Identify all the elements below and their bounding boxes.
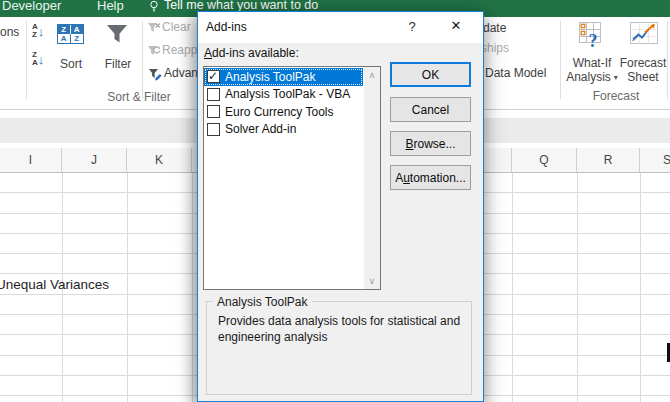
sort-button[interactable]: Sort [54,57,88,71]
checkbox[interactable] [207,123,220,136]
reapply-button[interactable]: Reapp [162,44,197,57]
close-icon[interactable]: ✕ [447,18,465,33]
gridline [577,173,578,402]
gridline [640,173,641,402]
filter-button[interactable]: Filter [101,57,135,71]
column-header[interactable]: S [640,148,670,172]
column-header[interactable]: K [127,148,192,172]
clear-button[interactable]: Clear [162,21,191,34]
down-arrow-icon: ↓ [38,53,45,66]
scroll-down-icon[interactable] [364,273,380,289]
svg-text:?: ? [589,31,598,50]
add-ins-listbox: Analysis ToolPak Analysis ToolPak - VBA … [203,66,381,290]
advanced-button[interactable]: Advan [164,67,198,80]
checkbox[interactable] [207,88,220,101]
sort-filter-group-label: Sort & Filter [94,90,184,104]
consolidate-button-fragment[interactable]: date [483,22,506,35]
down-arrow-icon: ↓ [38,25,45,38]
column-header[interactable]: I [0,148,62,172]
scroll-up-icon[interactable] [364,67,380,83]
what-if-analysis-icon: ? [578,20,606,50]
list-item-solver-add-in[interactable]: Solver Add-in [204,121,363,139]
gridline [512,173,513,402]
sort-descending-button[interactable]: Z A ↓ [32,51,44,67]
relationships-button-fragment[interactable]: ships [481,42,509,55]
help-icon[interactable]: ? [403,19,421,34]
group-separator [26,21,27,99]
dialog-titlebar[interactable]: Add-ins ? ✕ [198,12,483,43]
add-ins-dialog: Add-ins ? ✕ Add-ins available: Analysis … [197,11,484,402]
list-item-analysis-toolpak-vba[interactable]: Analysis ToolPak - VBA [204,86,363,104]
dialog-title: Add-ins [206,20,247,34]
forecast-group-label: Forecast [586,89,646,103]
automation-button[interactable]: Automation... [390,165,471,190]
group-separator [560,21,561,99]
connections-button-fragment[interactable]: ons [0,26,19,39]
filter-icon [104,21,130,47]
add-in-info-title: Analysis ToolPak [213,295,312,309]
cell-text: Unequal Variances [0,277,109,292]
clear-filter-icon [147,21,161,34]
tab-help[interactable]: Help [97,0,124,13]
checkbox[interactable] [207,105,220,118]
forecast-sheet-button[interactable]: Forecast Sheet [617,56,669,84]
add-in-info-groupbox: Analysis ToolPak Provides data analysis … [206,301,472,395]
cancel-button[interactable]: Cancel [390,97,471,122]
sort-ascending-button[interactable]: A Z ↓ [32,23,44,39]
column-header[interactable]: J [62,148,127,172]
what-if-analysis-button[interactable]: What-If Analysis [564,56,620,84]
group-separator [142,21,143,99]
data-model-button[interactable]: Data Model [485,67,546,80]
list-item-analysis-toolpak[interactable]: Analysis ToolPak [204,68,363,86]
list-item-euro-currency-tools[interactable]: Euro Currency Tools [204,103,363,121]
reapply-icon [147,44,161,57]
ok-button[interactable]: OK [390,62,471,87]
forecast-sheet-icon [629,19,659,49]
lightbulb-icon [149,0,159,13]
add-ins-available-label: Add-ins available: [204,46,299,60]
scrollbar[interactable] [364,67,380,289]
column-header[interactable]: Q [512,148,577,172]
tab-developer[interactable]: Developer [2,0,61,13]
add-in-description: Provides data analysis tools for statist… [218,314,460,345]
sort-icon[interactable]: Z A A Z [57,24,84,44]
gridline [192,173,193,402]
column-header[interactable]: R [577,148,640,172]
checkbox[interactable] [207,70,220,83]
group-separator [667,21,668,99]
gridline [127,173,128,402]
excel-window: Developer Help Tell me what you want to … [0,0,670,402]
advanced-filter-icon [148,67,163,81]
browse-button[interactable]: Browse... [390,131,471,156]
